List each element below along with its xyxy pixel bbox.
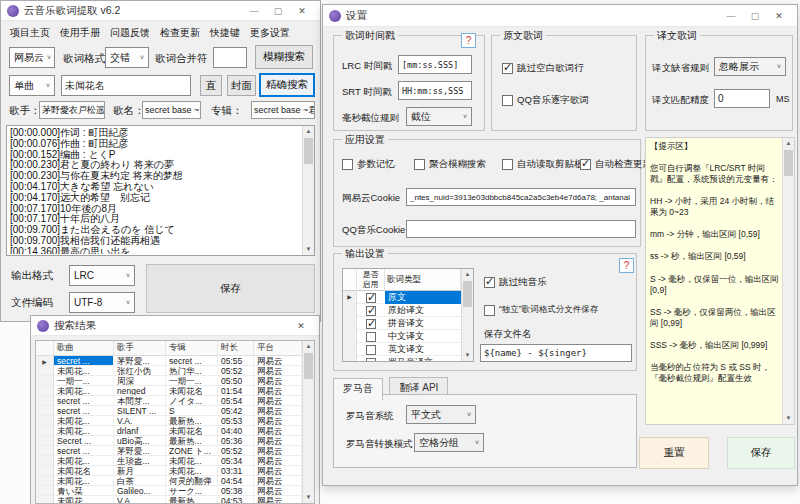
close-icon[interactable]: ✕ bbox=[289, 317, 313, 335]
qq-cookie-input[interactable] bbox=[406, 220, 636, 238]
cell-singer[interactable]: 生琰盎... bbox=[114, 456, 166, 465]
lyric-type-scrollbar[interactable]: ▲ ▼ bbox=[461, 269, 473, 361]
table-row[interactable]: secret ... 本間芽... ノイタ... 05:54 网易云 bbox=[36, 396, 302, 406]
cell-duration[interactable]: 05:50 bbox=[218, 376, 254, 385]
row-selector[interactable] bbox=[36, 426, 54, 435]
lyric-type-row[interactable]: 中文译文 bbox=[343, 330, 461, 343]
menu-item[interactable]: 使用手册 bbox=[55, 23, 105, 43]
cell-platform[interactable]: 网易云 bbox=[254, 416, 302, 425]
lyric-type-row[interactable]: 原文 bbox=[343, 291, 461, 304]
lyric-type-row[interactable]: 英文译文 bbox=[343, 343, 461, 356]
cell-song[interactable]: 未闻花... bbox=[54, 496, 114, 503]
checkbox-icon[interactable] bbox=[580, 159, 591, 170]
cell-singer[interactable]: 茅野愛... bbox=[114, 446, 166, 455]
table-row[interactable]: secret ... 茅野愛... secret ... 05:55 网易云 bbox=[36, 356, 302, 366]
row-selector[interactable] bbox=[343, 291, 357, 304]
cell-singer[interactable]: 新月 bbox=[114, 466, 166, 475]
checkbox-icon[interactable] bbox=[366, 319, 376, 329]
merge-input[interactable] bbox=[213, 47, 247, 68]
cell-duration[interactable]: 05:54 bbox=[218, 396, 254, 405]
cell-singer[interactable]: 白茶 bbox=[114, 476, 166, 485]
cell-platform[interactable]: 网易云 bbox=[254, 376, 302, 385]
cell-duration[interactable]: 01:54 bbox=[218, 386, 254, 395]
cell-album[interactable]: 最新热... bbox=[166, 436, 218, 445]
format-select[interactable]: 交错˅ bbox=[105, 47, 149, 68]
row-selector[interactable] bbox=[343, 330, 357, 343]
enabled-checkbox[interactable] bbox=[357, 293, 385, 303]
scroll-up-icon[interactable]: ▲ bbox=[462, 269, 473, 280]
row-selector[interactable] bbox=[36, 486, 54, 495]
table-row[interactable]: 一期一... 周深 一期一... 05:50 网易云 bbox=[36, 376, 302, 386]
skip-instrumental-checkbox[interactable]: 跳过纯音乐 bbox=[484, 276, 547, 289]
lyric-type-cell[interactable]: 原文 bbox=[385, 291, 461, 304]
cell-singer[interactable]: 茅野愛... bbox=[114, 356, 166, 365]
cover-button[interactable]: 封面 bbox=[227, 75, 256, 96]
column-header-platform[interactable]: 平台 bbox=[254, 341, 302, 355]
romaji-system-select[interactable]: 平文式˅ bbox=[406, 405, 476, 424]
checkbox-icon[interactable] bbox=[484, 277, 495, 288]
cell-album[interactable]: ZONE ト... bbox=[166, 446, 218, 455]
minimize-icon[interactable]: — bbox=[242, 2, 266, 20]
row-selector[interactable] bbox=[343, 356, 357, 362]
cell-singer[interactable]: 本間芽... bbox=[114, 396, 166, 405]
close-icon[interactable]: ✕ bbox=[290, 2, 314, 20]
cell-platform[interactable]: 网易云 bbox=[254, 426, 302, 435]
cell-song[interactable]: 未闻花名 bbox=[54, 466, 114, 475]
cell-platform[interactable]: 网易云 bbox=[254, 496, 302, 503]
table-row[interactable]: 未闻花... V.A. 最新热... 05:53 网易云 bbox=[36, 416, 302, 426]
row-selector[interactable] bbox=[36, 496, 54, 503]
menu-item[interactable]: 更多设置 bbox=[245, 23, 295, 43]
row-selector[interactable] bbox=[36, 476, 54, 485]
ms-truncate-select[interactable]: 截位˅ bbox=[406, 107, 472, 126]
cell-singer[interactable]: drlanf bbox=[114, 426, 166, 435]
cell-duration[interactable]: 05:55 bbox=[218, 356, 254, 365]
row-selector[interactable] bbox=[36, 466, 54, 475]
column-header-album[interactable]: 专辑 bbox=[166, 341, 218, 355]
param-memory-checkbox[interactable]: 参数记忆 bbox=[342, 158, 395, 171]
netease-cookie-input[interactable]: _ntes_nuid=3913e03dbbcb845ca2a5c3eb4e7d6… bbox=[406, 188, 636, 206]
cell-duration[interactable]: 05:52 bbox=[218, 446, 254, 455]
cell-album[interactable]: ノイタ... bbox=[166, 396, 218, 405]
checkbox-icon[interactable] bbox=[342, 159, 353, 170]
cell-duration[interactable]: 04:40 bbox=[218, 426, 254, 435]
cell-song[interactable]: secret ... bbox=[54, 446, 114, 455]
checkbox-icon[interactable] bbox=[366, 293, 376, 303]
table-row[interactable]: 未闻花名 新月 未闻花... 03:31 网易云 bbox=[36, 466, 302, 476]
maximize-icon[interactable]: ▢ bbox=[743, 7, 767, 25]
scroll-down-icon[interactable]: ▼ bbox=[783, 413, 794, 424]
row-selector[interactable] bbox=[36, 376, 54, 385]
scroll-down-icon[interactable]: ▼ bbox=[303, 492, 314, 503]
row-selector[interactable] bbox=[36, 406, 54, 415]
cell-duration[interactable]: 04:54 bbox=[218, 476, 254, 485]
cell-song[interactable]: 未闻花... bbox=[54, 426, 114, 435]
cell-album[interactable]: 一期一... bbox=[166, 376, 218, 385]
cell-duration[interactable]: 05:53 bbox=[218, 416, 254, 425]
cell-singer[interactable]: 周深 bbox=[114, 376, 166, 385]
cell-platform[interactable]: 网易云 bbox=[254, 476, 302, 485]
cell-platform[interactable]: 网易云 bbox=[254, 396, 302, 405]
lyric-type-cell[interactable]: 拼音译文 bbox=[385, 317, 461, 330]
cell-album[interactable]: サーク... bbox=[166, 486, 218, 495]
cell-album[interactable]: S bbox=[166, 406, 218, 415]
fuzzy-search-button[interactable]: 模糊搜索 bbox=[255, 45, 313, 69]
precision-input[interactable]: 0 bbox=[714, 89, 770, 108]
cell-platform[interactable]: 网易云 bbox=[254, 446, 302, 455]
cell-album[interactable]: 未闻花名 bbox=[166, 386, 218, 395]
table-row[interactable]: 未闻花... 张红小伪 热门华... 05:52 网易云 bbox=[36, 366, 302, 376]
cell-album[interactable]: 最新热... bbox=[166, 496, 218, 503]
aggregate-fuzzy-checkbox[interactable]: 聚合模糊搜索 bbox=[414, 158, 486, 171]
lyric-type-row[interactable]: 拼音译文 bbox=[343, 317, 461, 330]
row-selector[interactable] bbox=[36, 436, 54, 445]
row-selector[interactable] bbox=[36, 366, 54, 375]
cell-platform[interactable]: 网易云 bbox=[254, 386, 302, 395]
enabled-checkbox[interactable] bbox=[357, 319, 385, 329]
checkbox-icon[interactable] bbox=[366, 332, 376, 342]
cell-singer[interactable]: V.A. bbox=[114, 416, 166, 425]
cell-album[interactable]: 未闻花名 bbox=[166, 426, 218, 435]
cell-song[interactable]: Secret ... bbox=[54, 436, 114, 445]
help-icon[interactable]: ? bbox=[619, 258, 634, 273]
cell-album[interactable]: 未闻花... bbox=[166, 456, 218, 465]
cell-duration[interactable]: 05:38 bbox=[218, 486, 254, 495]
checkbox-icon[interactable] bbox=[484, 305, 495, 316]
row-selector[interactable] bbox=[36, 446, 54, 455]
